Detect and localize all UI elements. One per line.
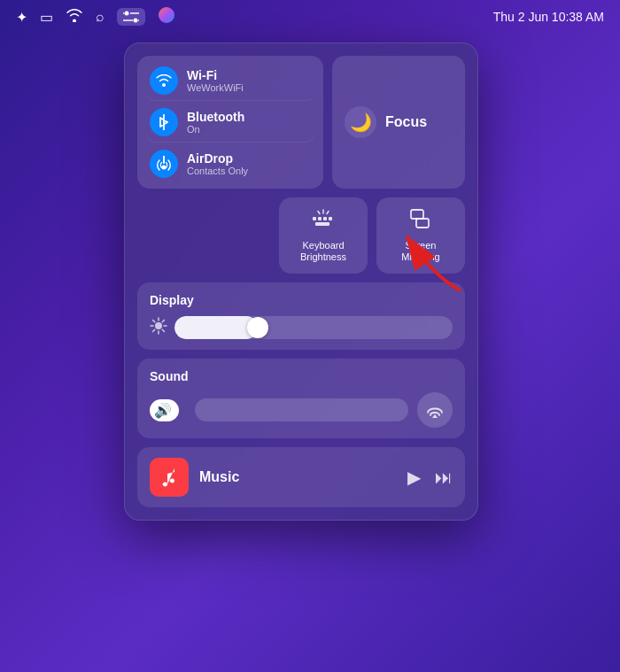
sound-label: Sound (150, 369, 453, 383)
wifi-icon (66, 8, 83, 26)
svg-line-24 (153, 321, 155, 322)
screen-mirroring-label: Screen Mirroring (385, 240, 456, 263)
airplay-button[interactable] (417, 392, 453, 428)
wifi-title: Wi-Fi (187, 68, 244, 82)
sound-section: Sound 🔊 (137, 359, 465, 438)
sound-toggle[interactable]: 🔊 (150, 399, 179, 421)
svg-rect-18 (416, 219, 429, 228)
airdrop-toggle-icon (150, 150, 178, 178)
svg-rect-13 (315, 222, 329, 226)
focus-icon: 🌙 (345, 106, 376, 138)
bluetooth-toggle-icon (150, 108, 178, 136)
svg-rect-11 (323, 217, 327, 220)
top-section: Wi-Fi WeWorkWiFi Bluetooth On (137, 56, 465, 189)
volume-icon: 🔊 (154, 402, 172, 419)
focus-label: Focus (385, 114, 427, 130)
bluetooth-item[interactable]: Bluetooth On (146, 103, 314, 143)
svg-point-7 (162, 83, 166, 87)
svg-line-27 (153, 330, 155, 332)
airdrop-title: AirDrop (187, 151, 248, 166)
airdrop-subtitle: Contacts Only (187, 166, 248, 176)
bluetooth-subtitle: On (187, 124, 244, 135)
middle-row: Keyboard Brightness Screen Mirroring (137, 197, 465, 274)
svg-point-6 (159, 7, 174, 23)
svg-rect-10 (318, 217, 322, 220)
play-button[interactable]: ▶ (407, 467, 421, 488)
svg-marker-28 (432, 414, 438, 418)
airdrop-text: AirDrop Contacts Only (187, 151, 248, 176)
keyboard-brightness-icon (311, 208, 336, 235)
wifi-item[interactable]: Wi-Fi WeWorkWiFi (146, 61, 314, 101)
svg-line-15 (318, 212, 320, 214)
svg-line-26 (162, 321, 164, 322)
wifi-text: Wi-Fi WeWorkWiFi (187, 68, 244, 93)
battery-icon: ▭ (40, 9, 53, 26)
svg-point-8 (162, 166, 167, 170)
svg-rect-12 (329, 217, 332, 220)
control-center-icon[interactable] (117, 8, 145, 26)
airdrop-item[interactable]: AirDrop Contacts Only (146, 144, 314, 183)
bluetooth-title: Bluetooth (187, 110, 244, 124)
siri-icon[interactable] (158, 6, 175, 27)
music-controls: ▶ ⏭ (407, 467, 453, 488)
brightness-slider[interactable] (174, 316, 453, 339)
svg-point-0 (125, 12, 129, 16)
focus-tile[interactable]: 🌙 Focus (332, 56, 465, 189)
svg-point-19 (155, 322, 162, 329)
display-section: Display (137, 282, 465, 350)
svg-line-25 (162, 330, 164, 332)
svg-rect-9 (313, 217, 316, 220)
svg-point-1 (134, 19, 138, 23)
wifi-toggle-icon (150, 66, 178, 95)
sound-row: 🔊 (150, 392, 453, 428)
menubar: ✦ ▭ ⌕ (0, 0, 620, 34)
bluetooth-text: Bluetooth On (187, 110, 244, 135)
menubar-left: ✦ ▭ ⌕ (16, 6, 175, 27)
keyboard-brightness-tile[interactable]: Keyboard Brightness (279, 197, 368, 274)
connectivity-group: Wi-Fi WeWorkWiFi Bluetooth On (137, 56, 323, 189)
skip-forward-button[interactable]: ⏭ (435, 467, 453, 488)
keyboard-brightness-label: Keyboard Brightness (288, 240, 359, 263)
search-icon[interactable]: ⌕ (96, 9, 105, 25)
music-section: Music ▶ ⏭ (137, 447, 465, 507)
wifi-subtitle: WeWorkWiFi (187, 82, 244, 93)
screen-mirroring-icon (409, 208, 432, 235)
screen-mirroring-tile[interactable]: Screen Mirroring (376, 197, 465, 274)
music-label: Music (199, 469, 397, 485)
brightness-icon (150, 317, 167, 338)
svg-rect-17 (411, 210, 423, 219)
display-slider-row (150, 316, 453, 339)
control-center-panel: Wi-Fi WeWorkWiFi Bluetooth On (124, 42, 478, 521)
menubar-time: Thu 2 Jun 10:38 AM (493, 10, 604, 24)
bluetooth-icon: ✦ (16, 9, 27, 26)
svg-line-16 (327, 212, 329, 214)
music-app-icon (150, 458, 189, 497)
display-label: Display (150, 293, 453, 307)
volume-slider[interactable] (195, 398, 408, 421)
menubar-right: Thu 2 Jun 10:38 AM (493, 10, 604, 24)
